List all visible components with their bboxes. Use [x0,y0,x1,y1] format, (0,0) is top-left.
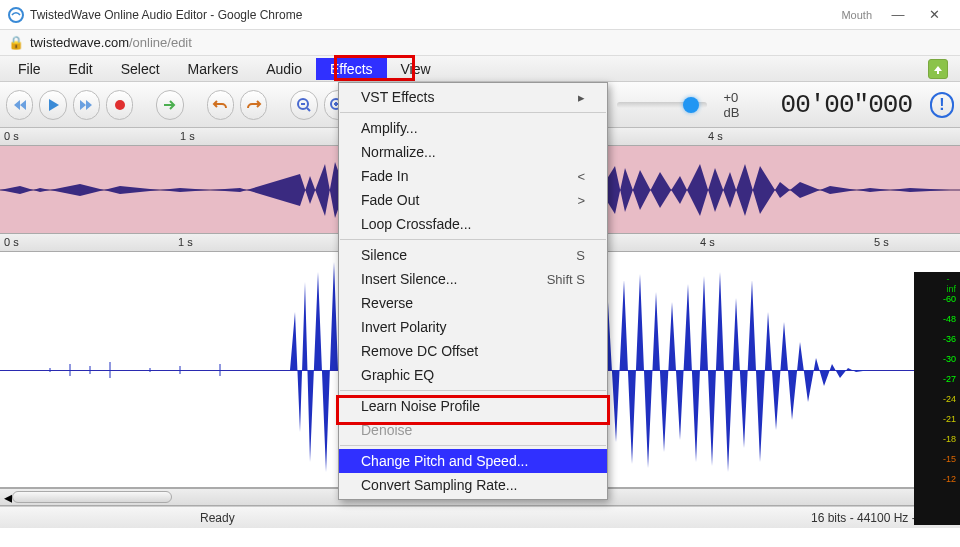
menu-select[interactable]: Select [107,58,174,80]
menu-edit[interactable]: Edit [55,58,107,80]
upload-icon[interactable] [928,59,948,79]
menu-item-convert-sampling-rate[interactable]: Convert Sampling Rate... [339,473,607,497]
window-title: TwistedWave Online Audio Editor - Google… [30,8,302,22]
svg-point-0 [9,8,23,22]
window-titlebar: TwistedWave Online Audio Editor - Google… [0,0,960,30]
ruler-tick: 1 s [180,130,195,142]
menu-item-fade-out[interactable]: Fade Out> [339,188,607,212]
menu-item-insert-silence[interactable]: Insert Silence...Shift S [339,267,607,291]
menu-item-change-pitch-speed[interactable]: Change Pitch and Speed... [339,449,607,473]
rewind-button[interactable] [6,90,33,120]
status-ready: Ready [200,511,235,525]
menu-effects[interactable]: Effects [316,58,387,80]
effects-dropdown: VST Effects▸ Amplify... Normalize... Fad… [338,82,608,500]
menu-item-reverse[interactable]: Reverse [339,291,607,315]
undo-button[interactable] [207,90,234,120]
menu-separator [340,239,606,240]
ruler-tick: 5 s [874,236,889,248]
menu-item-remove-dc-offset[interactable]: Remove DC Offset [339,339,607,363]
scrollbar-thumb[interactable] [12,491,172,503]
menu-file[interactable]: File [4,58,55,80]
app-icon [8,7,24,23]
meter-label: -18 [943,434,956,444]
ruler-tick: 4 s [700,236,715,248]
ruler-tick: 1 s [178,236,193,248]
volume-slider[interactable] [617,102,708,108]
meter-label: -60 [943,294,956,304]
zoom-out-button[interactable] [290,90,317,120]
menu-audio[interactable]: Audio [252,58,316,80]
menu-item-denoise: Denoise [339,418,607,442]
meter-label: -21 [943,414,956,424]
status-bar: Ready 16 bits - 44100 Hz - 05"41 [0,506,960,528]
menu-item-silence[interactable]: SilenceS [339,243,607,267]
menu-item-learn-noise-profile[interactable]: Learn Noise Profile [339,394,607,418]
app-menubar: File Edit Select Markers Audio Effects V… [0,56,960,82]
level-meter: -inf -60 -48 -36 -30 -27 -24 -21 -18 -15… [914,272,960,525]
url-path: /online/edit [129,35,192,50]
minimize-button[interactable]: — [880,0,916,30]
url-domain: twistedwave.com [30,35,129,50]
menu-item-normalize[interactable]: Normalize... [339,140,607,164]
volume-db-label: +0 dB [723,90,754,120]
menu-item-invert-polarity[interactable]: Invert Polarity [339,315,607,339]
fast-forward-button[interactable] [73,90,100,120]
menu-item-amplify[interactable]: Amplify... [339,116,607,140]
menu-markers[interactable]: Markers [174,58,253,80]
scroll-left-icon[interactable]: ◂ [4,488,12,507]
meter-label: -15 [943,454,956,464]
meter-label: -48 [943,314,956,324]
record-button[interactable] [106,90,133,120]
svg-point-1 [115,100,125,110]
info-button[interactable]: ! [930,92,954,118]
menu-item-loop-crossfade[interactable]: Loop Crossfade... [339,212,607,236]
volume-thumb[interactable] [683,97,699,113]
ruler-tick: 0 s [4,236,19,248]
timecode-display: 00'00"000 [781,90,912,120]
meter-label: -24 [943,394,956,404]
lock-icon: 🔒 [8,35,24,50]
menu-view[interactable]: View [387,58,445,80]
go-arrow-button[interactable] [156,90,183,120]
meter-label: -30 [943,354,956,364]
menu-separator [340,390,606,391]
menu-item-vst-effects[interactable]: VST Effects▸ [339,85,607,109]
menu-item-graphic-eq[interactable]: Graphic EQ [339,363,607,387]
meter-label: -36 [943,334,956,344]
meter-label: -27 [943,374,956,384]
menu-separator [340,445,606,446]
menu-item-fade-in[interactable]: Fade In< [339,164,607,188]
redo-button[interactable] [240,90,267,120]
browser-url-bar[interactable]: 🔒 twistedwave.com/online/edit [0,30,960,56]
meter-label: -inf [946,274,956,294]
play-button[interactable] [39,90,66,120]
close-button[interactable]: ✕ [916,0,952,30]
ruler-tick: 0 s [4,130,19,142]
ruler-tick: 4 s [708,130,723,142]
window-label-mouth: Mouth [841,9,872,21]
meter-label: -12 [943,474,956,484]
menu-separator [340,112,606,113]
